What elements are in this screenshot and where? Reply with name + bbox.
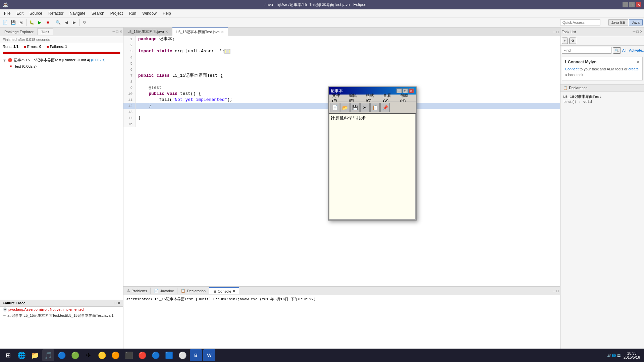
taskbar-icon-10[interactable]: 🔴 bbox=[136, 349, 148, 361]
notepad-content[interactable]: 计算机科学与技术 bbox=[329, 113, 416, 220]
np-save-btn[interactable]: 💾 bbox=[350, 103, 360, 112]
bottom-panel-controls: ─ □ bbox=[239, 289, 560, 293]
editor-tab-2[interactable]: L5_15记事本界面Test.java ✕ bbox=[172, 27, 228, 36]
find-input[interactable] bbox=[562, 47, 611, 54]
np-open-btn[interactable]: 📂 bbox=[340, 103, 350, 112]
taskbar-icon-9[interactable]: ⬛ bbox=[123, 349, 135, 361]
menu-source[interactable]: Source bbox=[27, 10, 45, 16]
start-button[interactable]: ⊞ bbox=[1, 349, 15, 362]
tab-console[interactable]: 🖥 Console ✕ bbox=[209, 287, 239, 294]
taskbar-time[interactable]: 18:33 2015/5/16 bbox=[624, 351, 640, 359]
notepad-window: 记事本 ─ □ ✕ 文件(F) 编辑(E) 格式(O) 查看(V) 帮助(H) … bbox=[328, 86, 417, 221]
save-button[interactable]: 💾 bbox=[9, 19, 17, 26]
taskbar-ie-icon[interactable]: 🌐 bbox=[15, 349, 28, 361]
taskbar-icon-12[interactable]: 🟦 bbox=[163, 349, 175, 361]
new-button[interactable]: 📄 bbox=[1, 19, 9, 26]
task-list-controls[interactable]: ─ □ ✕ bbox=[633, 29, 643, 34]
junit-panel: Finished after 0.018 seconds Runs: 1/1 ■… bbox=[0, 36, 123, 300]
menu-run[interactable]: Run bbox=[126, 10, 139, 16]
perspective-java-ee[interactable]: Java EE bbox=[608, 19, 628, 25]
forward-button[interactable]: ▶ bbox=[70, 19, 78, 26]
refresh-button[interactable]: ↻ bbox=[81, 19, 88, 26]
taskbar-icon-7[interactable]: 🟡 bbox=[96, 349, 108, 361]
menu-file[interactable]: File bbox=[1, 10, 13, 16]
stop-button[interactable]: ■ bbox=[44, 19, 51, 26]
main-layout: Package Explorer JUnit ─ □ ✕ Finished af… bbox=[0, 27, 644, 353]
np-new-btn[interactable]: 📄 bbox=[330, 103, 339, 112]
debug-button[interactable]: 🐛 bbox=[28, 19, 35, 26]
close-button[interactable]: ✕ bbox=[636, 2, 641, 7]
create-link[interactable]: create bbox=[629, 67, 639, 71]
junit-test-label: test (0.002 s) bbox=[15, 64, 37, 68]
task-settings-button[interactable]: ⚙ bbox=[569, 38, 576, 44]
search-button[interactable]: 🔍 bbox=[54, 19, 62, 26]
menu-project[interactable]: Project bbox=[108, 10, 125, 16]
junit-errors: ■ Errors: 0 bbox=[24, 45, 41, 49]
menu-search[interactable]: Search bbox=[89, 10, 107, 16]
maximize-button[interactable]: □ bbox=[629, 2, 635, 7]
failure-trace-controls: □ ✕ bbox=[114, 301, 120, 305]
find-search-button[interactable]: 🔍 bbox=[613, 47, 621, 54]
right-panel: Task List ─ □ ✕ + ⚙ 🔍 All Activate... ℹ … bbox=[560, 27, 644, 353]
editor-tab-2-close[interactable]: ✕ bbox=[221, 30, 224, 34]
console-close[interactable]: ✕ bbox=[232, 289, 235, 293]
all-link[interactable]: All bbox=[622, 48, 626, 52]
taskbar: ⊞ 🌐 📁 🎵 🔵 🟢 ✈ 🟡 🟠 ⬛ 🔴 🔵 🟦 ⚪ B W 🔊 🌐 💻 18… bbox=[0, 349, 644, 362]
np-copy-btn[interactable]: 📋 bbox=[370, 103, 380, 112]
bottom-panel: ⚠ Problems 📄 Javadoc 📋 Declaration 🖥 Con… bbox=[123, 286, 560, 353]
junit-test-suite[interactable]: ▼ 🔴 记事本.L5_15记事本界面Test [Runner: JUnit 4]… bbox=[1, 57, 122, 63]
menu-navigate[interactable]: Navigate bbox=[67, 10, 88, 16]
quick-access-input[interactable] bbox=[560, 19, 600, 25]
tab-javadoc[interactable]: 📄 Javadoc bbox=[151, 288, 177, 294]
editor-tab-controls: ─ □ bbox=[228, 30, 560, 34]
tab-junit[interactable]: JUnit bbox=[37, 28, 53, 35]
taskbar-explorer-icon[interactable]: 📁 bbox=[29, 349, 41, 361]
left-panel-minimize[interactable]: ─ □ ✕ bbox=[112, 29, 122, 34]
taskbar-icon-13[interactable]: ⚪ bbox=[176, 349, 189, 361]
notepad-text: 计算机科学与技术 bbox=[331, 116, 366, 121]
np-cut-btn[interactable]: ✂ bbox=[360, 103, 370, 112]
tab-problems[interactable]: ⚠ Problems bbox=[123, 288, 151, 294]
taskbar-icon-4[interactable]: 🔵 bbox=[56, 349, 68, 361]
run-button[interactable]: ▶ bbox=[36, 19, 43, 26]
perspective-java[interactable]: Java bbox=[629, 19, 643, 25]
menu-edit[interactable]: Edit bbox=[14, 10, 26, 16]
taskbar-icon-8[interactable]: 🟠 bbox=[109, 349, 121, 361]
minimize-button[interactable]: ─ bbox=[623, 2, 628, 7]
menu-refactor[interactable]: Refactor bbox=[46, 10, 66, 16]
task-list-toolbar: + ⚙ bbox=[560, 36, 644, 46]
bottom-tabs: ⚠ Problems 📄 Javadoc 📋 Declaration 🖥 Con… bbox=[123, 287, 560, 295]
problems-label: Problems bbox=[131, 289, 147, 293]
back-button[interactable]: ◀ bbox=[62, 19, 70, 26]
editor-tab-1-close[interactable]: ✕ bbox=[165, 30, 168, 34]
taskbar-icon-3[interactable]: 🎵 bbox=[42, 349, 54, 361]
menu-help[interactable]: Help bbox=[160, 10, 174, 16]
editor-tab-1[interactable]: L5_15记事本界面.java ✕ bbox=[123, 28, 172, 36]
junit-test-case[interactable]: ✗ test (0.002 s) bbox=[8, 63, 122, 69]
console-icon: 🖥 bbox=[213, 289, 216, 293]
np-paste-btn[interactable]: 📌 bbox=[380, 103, 390, 112]
declaration-class: L5_15记事本界面Test bbox=[563, 94, 641, 99]
taskbar-icon-14[interactable]: B bbox=[190, 349, 202, 361]
print-button[interactable]: 🖨 bbox=[17, 19, 25, 26]
taskbar-icon-5[interactable]: 🟢 bbox=[69, 349, 81, 361]
trace-icon-2: → bbox=[3, 313, 6, 317]
code-line-2: 2 bbox=[123, 42, 560, 48]
taskbar-icon-11[interactable]: 🔵 bbox=[150, 349, 162, 361]
menu-window[interactable]: Window bbox=[140, 10, 159, 16]
junit-failures: ■ Failures: 1 bbox=[47, 45, 67, 49]
left-panel-tabs: Package Explorer JUnit ─ □ ✕ bbox=[0, 27, 123, 36]
connect-link[interactable]: Connect bbox=[565, 67, 579, 71]
activate-link[interactable]: Activate... bbox=[629, 48, 644, 52]
failure-trace-title: Failure Trace bbox=[3, 301, 25, 305]
editor-minimize-icon[interactable]: ─ □ bbox=[553, 30, 559, 34]
taskbar-icon-6[interactable]: ✈ bbox=[83, 349, 95, 361]
failure-trace-header: Failure Trace □ ✕ bbox=[0, 300, 123, 307]
javadoc-icon: 📄 bbox=[154, 289, 159, 293]
taskbar-icon-15[interactable]: W bbox=[203, 349, 215, 361]
tab-declaration[interactable]: 📋 Declaration bbox=[177, 288, 209, 294]
tab-package-explorer[interactable]: Package Explorer bbox=[1, 28, 37, 35]
connect-mylyn-body: Connect to your task and ALM tools or cr… bbox=[565, 66, 640, 77]
task-new-button[interactable]: + bbox=[562, 38, 568, 44]
connect-close-icon[interactable]: ✕ bbox=[636, 60, 640, 64]
